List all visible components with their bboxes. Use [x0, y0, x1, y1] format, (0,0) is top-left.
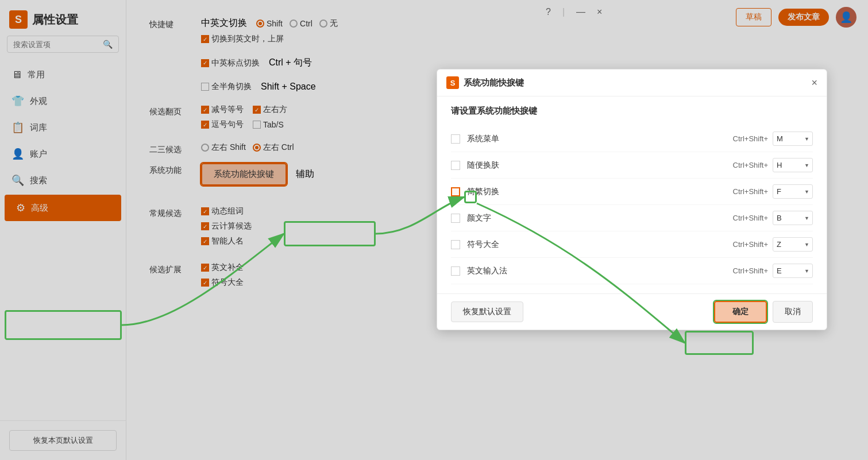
shortcut-prefix-en-input: Ctrl+Shift+ [733, 266, 768, 275]
system-shortcuts-dialog: S 系统功能快捩键 × 请设置系统功能快捩键 系统菜单 Ctrl+Shift+ … [437, 69, 827, 330]
shortcut-checkbox-emoji[interactable] [451, 214, 460, 223]
shortcut-name-en-input: 英文输入法 [467, 266, 733, 276]
shortcut-select-system-menu[interactable]: MNOP [773, 132, 813, 146]
shortcut-row-emoji: 颜文字 Ctrl+Shift+ BCD [451, 205, 813, 231]
shortcut-prefix-skin: Ctrl+Shift+ [733, 161, 768, 169]
shortcut-name-trad-simp: 简繁切换 [467, 187, 733, 197]
shortcut-select-trad-simp[interactable]: FGH [773, 184, 813, 199]
shortcut-select-wrapper-emoji: BCD [773, 211, 813, 225]
shortcut-row-en-input: 英文输入法 Ctrl+Shift+ EFG [451, 258, 813, 284]
shortcut-name-symbols: 符号大全 [467, 239, 733, 250]
shortcut-select-emoji[interactable]: BCD [773, 211, 813, 225]
cancel-button[interactable]: 取消 [773, 301, 813, 323]
dialog-body: 请设置系统功能快捩键 系统菜单 Ctrl+Shift+ MNOP 随便换肤 Ct… [437, 96, 827, 293]
shortcut-checkbox-symbols[interactable] [451, 240, 460, 249]
shortcut-name-emoji: 颜文字 [467, 213, 733, 223]
shortcut-name-system-menu: 系统菜单 [467, 134, 733, 144]
shortcut-checkbox-trad-simp[interactable] [451, 187, 460, 196]
shortcut-row-symbols: 符号大全 Ctrl+Shift+ ZAB [451, 231, 813, 258]
shortcut-checkbox-en-input[interactable] [451, 266, 460, 276]
shortcut-checkbox-skin[interactable] [451, 161, 460, 170]
shortcut-select-skin[interactable]: HIJ [773, 158, 813, 172]
shortcut-prefix-system-menu: Ctrl+Shift+ [733, 134, 768, 143]
shortcut-name-skin: 随便换肤 [467, 160, 733, 171]
shortcut-row-system-menu: 系统菜单 Ctrl+Shift+ MNOP [451, 126, 813, 152]
dialog-subtitle: 请设置系统功能快捩键 [451, 106, 813, 117]
shortcut-checkbox-system-menu[interactable] [451, 134, 460, 144]
dialog-logo: S [446, 76, 459, 89]
shortcut-prefix-symbols: Ctrl+Shift+ [733, 240, 768, 249]
shortcut-prefix-trad-simp: Ctrl+Shift+ [733, 187, 768, 196]
dialog-title: 系统功能快捩键 [464, 78, 524, 88]
shortcut-select-en-input[interactable]: EFG [773, 264, 813, 278]
dialog-action-buttons: 确定 取消 [714, 301, 813, 323]
confirm-button[interactable]: 确定 [714, 301, 767, 323]
dialog-titlebar: S 系统功能快捩键 × [437, 69, 827, 96]
shortcut-row-skin: 随便换肤 Ctrl+Shift+ HIJ [451, 152, 813, 179]
shortcut-select-wrapper-en-input: EFG [773, 264, 813, 278]
shortcut-select-wrapper-trad-simp: FGH [773, 184, 813, 199]
shortcut-row-trad-simp: 简繁切换 Ctrl+Shift+ FGH [451, 179, 813, 205]
shortcut-select-symbols[interactable]: ZAB [773, 237, 813, 252]
shortcut-prefix-emoji: Ctrl+Shift+ [733, 214, 768, 222]
restore-defaults-button[interactable]: 恢复默认设置 [451, 301, 523, 322]
shortcut-select-wrapper-symbols: ZAB [773, 237, 813, 252]
dialog-close-button[interactable]: × [811, 77, 817, 89]
shortcut-select-wrapper-skin: HIJ [773, 158, 813, 172]
dialog-title-left: S 系统功能快捩键 [446, 76, 524, 89]
dialog-footer: 恢复默认设置 确定 取消 [437, 293, 827, 330]
shortcut-select-wrapper-system-menu: MNOP [773, 132, 813, 146]
